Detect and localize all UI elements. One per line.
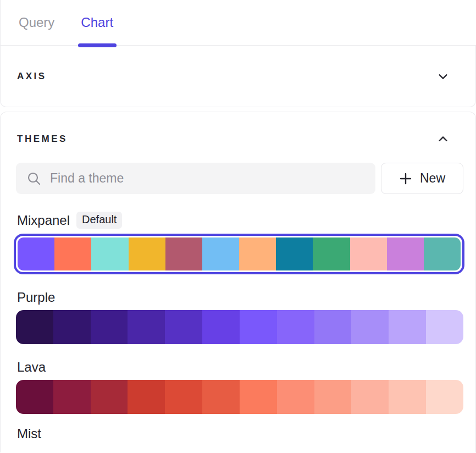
theme-item-lava: Lava (16, 360, 463, 414)
color-swatch (18, 237, 54, 270)
theme-swatch-bar[interactable] (16, 380, 463, 414)
new-theme-button-label: New (420, 171, 445, 186)
color-swatch (165, 380, 202, 414)
color-swatch (314, 310, 352, 344)
chart-settings-panel: Query Chart AXIS THEMES (0, 0, 476, 453)
color-swatch (202, 310, 240, 344)
theme-search-box[interactable] (16, 163, 375, 194)
axis-section-title: AXIS (17, 71, 47, 82)
themes-section-title: THEMES (17, 134, 68, 145)
color-swatch (54, 237, 91, 270)
themes-section: THEMES (0, 112, 476, 452)
color-swatch (240, 380, 277, 414)
chevron-down-icon[interactable] (437, 70, 449, 82)
color-swatch (389, 380, 426, 414)
theme-swatch-bar[interactable] (18, 237, 461, 270)
color-swatch (202, 380, 240, 414)
tab-query[interactable]: Query (19, 0, 54, 46)
color-swatch (426, 380, 463, 414)
theme-item-mixpanel: Mixpanel Default (16, 212, 463, 274)
tab-bar: Query Chart (0, 0, 476, 46)
color-swatch (128, 380, 165, 414)
plus-icon (399, 172, 412, 185)
color-swatch (276, 237, 313, 270)
color-swatch (351, 380, 389, 414)
color-swatch (239, 237, 276, 270)
color-swatch (387, 237, 424, 270)
color-swatch (165, 310, 202, 344)
color-swatch (128, 310, 165, 344)
color-swatch (91, 237, 128, 270)
theme-item-purple: Purple (16, 290, 463, 344)
color-swatch (351, 310, 389, 344)
color-swatch (240, 310, 277, 344)
theme-label-row: Lava (16, 360, 463, 375)
color-swatch (91, 310, 128, 344)
color-swatch (314, 380, 352, 414)
theme-name: Purple (17, 290, 55, 305)
color-swatch (16, 380, 53, 414)
tab-chart[interactable]: Chart (81, 0, 113, 46)
color-swatch (16, 310, 53, 344)
color-swatch (389, 310, 426, 344)
section-gap (0, 107, 476, 112)
color-swatch (129, 237, 165, 270)
color-swatch (53, 310, 91, 344)
theme-search-row: New (16, 163, 463, 194)
color-swatch (277, 310, 314, 344)
tab-query-label: Query (19, 15, 54, 30)
default-badge: Default (76, 212, 122, 229)
color-swatch (313, 237, 350, 270)
color-swatch (53, 380, 91, 414)
theme-label-row: Purple (16, 290, 463, 305)
color-swatch (165, 237, 202, 270)
themes-section-header[interactable]: THEMES (16, 133, 463, 145)
color-swatch (277, 380, 314, 414)
theme-name: Mixpanel (17, 213, 70, 228)
tab-chart-label: Chart (81, 15, 113, 30)
theme-name: Lava (17, 360, 46, 375)
color-swatch (350, 237, 387, 270)
tab-underline (78, 43, 117, 47)
theme-item-mist: Mist (16, 426, 463, 441)
color-swatch (91, 380, 128, 414)
selected-theme-border[interactable] (14, 234, 464, 274)
theme-swatch-bar[interactable] (16, 310, 463, 344)
axis-section[interactable]: AXIS (0, 46, 476, 107)
color-swatch (202, 237, 239, 270)
chevron-up-icon[interactable] (437, 133, 449, 145)
theme-name: Mist (17, 426, 41, 441)
theme-search-input[interactable] (50, 171, 367, 186)
theme-label-row: Mixpanel Default (16, 212, 463, 229)
color-swatch (424, 237, 461, 270)
color-swatch (426, 310, 463, 344)
theme-label-row: Mist (16, 426, 463, 441)
search-icon (27, 172, 41, 186)
new-theme-button[interactable]: New (381, 163, 463, 194)
